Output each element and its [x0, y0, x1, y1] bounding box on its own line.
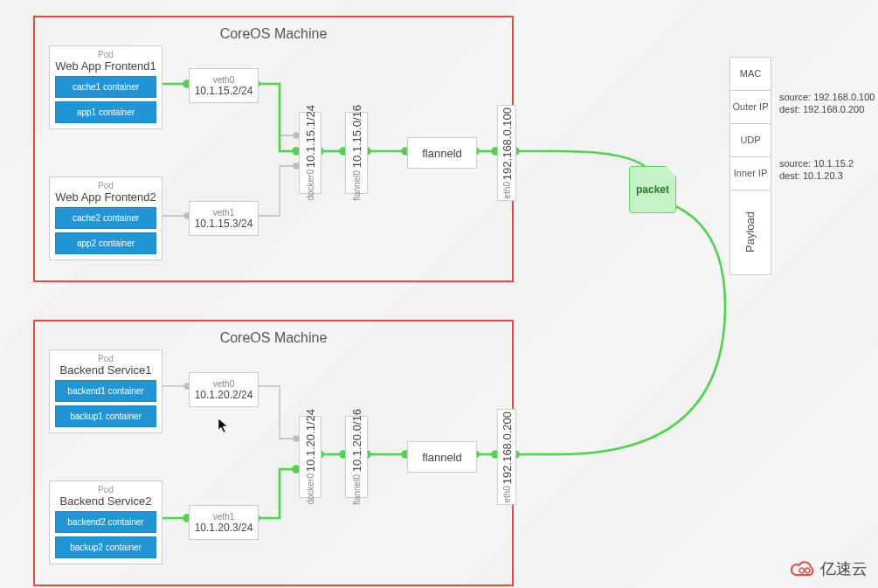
pod-webapp-frontend2: Pod Web App Frontend2 cache2 container a… — [49, 176, 162, 260]
container-app1: app1 container — [55, 101, 156, 123]
cloud-icon — [791, 559, 817, 578]
eth0-box-m1: eth0 192.168.0.100 — [497, 105, 516, 201]
coreos-machine-2: CoreOS Machine Pod Backend Service1 back… — [33, 320, 514, 586]
pod-name: Web App Frontend1 — [55, 59, 156, 73]
packet-badge: packet — [629, 166, 676, 213]
container-cache1: cache1 container — [55, 76, 156, 98]
container-backup1: backup1 container — [55, 405, 156, 427]
cursor-icon — [218, 418, 228, 433]
pod-name: Web App Frontend2 — [55, 190, 156, 204]
pod-name: Backend Service1 — [55, 363, 156, 377]
pod-webapp-frontend1: Pod Web App Frontend1 cache1 container a… — [49, 45, 162, 129]
pod-name: Backend Service2 — [55, 495, 156, 508]
container-backend1: backend1 container — [55, 380, 156, 402]
pod-label: Pod — [55, 181, 156, 190]
flannel0-box-m1: flannel0 10.1.15.0/16 — [345, 112, 368, 194]
pod-label: Pod — [55, 485, 156, 495]
container-cache2: cache2 container — [55, 207, 156, 229]
machine2-title: CoreOS Machine — [220, 330, 328, 346]
container-app2: app2 container — [55, 232, 156, 254]
docker0-box-m2: docker0 10.1.20.1/24 — [299, 416, 321, 498]
veth1-box-m2: veth1 10.1.20.3/24 — [189, 505, 259, 540]
packet-inner-note: source: 10.1.15.2 dest: 10.1.20.3 — [779, 157, 854, 183]
packet-mac: MAC — [730, 58, 771, 91]
machine1-title: CoreOS Machine — [220, 26, 328, 42]
veth0-box-m2: veth0 10.1.20.2/24 — [189, 372, 259, 407]
veth1-box-m1: veth1 10.1.15.3/24 — [189, 201, 259, 236]
pod-backend-service1: Pod Backend Service1 backend1 container … — [49, 349, 162, 433]
pod-backend-service2: Pod Backend Service2 backend2 container … — [49, 481, 162, 564]
brand-logo: 亿速云 — [791, 558, 868, 579]
packet-inner-ip: Inner IP — [730, 157, 771, 190]
pod-label: Pod — [55, 354, 156, 363]
flanneld-box-m2: flanneld — [407, 441, 477, 473]
packet-headers-column: MAC Outer IP UDP Inner IP Payload — [729, 57, 771, 275]
eth0-box-m2: eth0 192.168.0.200 — [497, 409, 516, 505]
container-backup2: backup2 container — [55, 536, 156, 558]
container-backend2: backend2 container — [55, 511, 156, 533]
packet-udp: UDP — [730, 124, 771, 157]
packet-outer-ip: Outer IP — [730, 91, 771, 124]
docker0-box-m1: docker0 10.1.15.1/24 — [299, 112, 321, 194]
pod-label: Pod — [55, 50, 156, 59]
veth0-box-m1: veth0 10.1.15.2/24 — [189, 68, 259, 103]
flanneld-box-m1: flanneld — [407, 137, 477, 169]
flannel0-box-m2: flannel0 10.1.20.0/16 — [345, 416, 368, 498]
packet-outer-note: source: 192.168.0.100 dest: 192.168.0.20… — [779, 91, 875, 116]
coreos-machine-1: CoreOS Machine Pod Web App Frontend1 cac… — [33, 16, 514, 282]
packet-payload: Payload — [730, 190, 771, 274]
